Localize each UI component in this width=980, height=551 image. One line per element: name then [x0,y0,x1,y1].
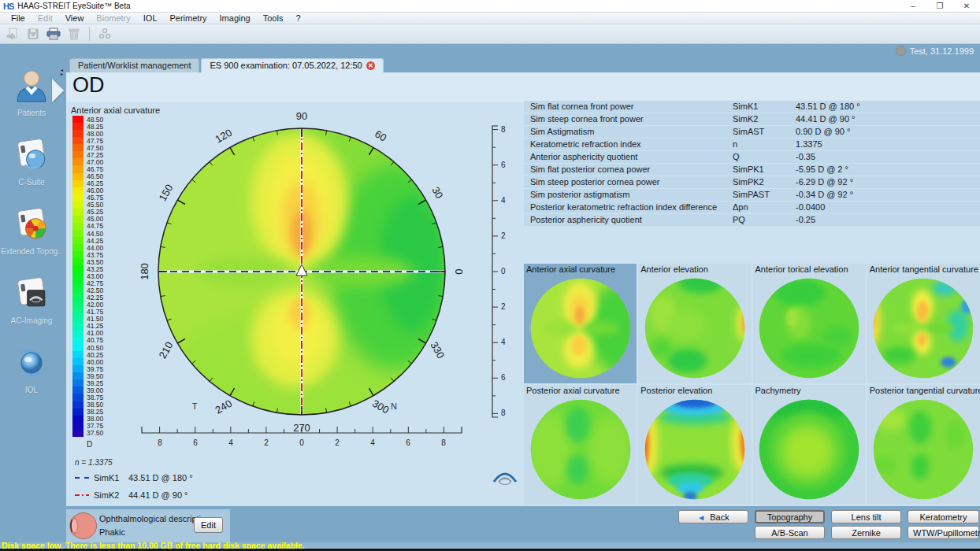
svg-text:180: 180 [139,263,150,280]
refraction-index-note: n = 1.3375 [75,458,113,467]
menu-biometry: Biometry [90,13,136,24]
tab-label: ES 900 examination: 07.05.2022, 12:50 [210,61,362,70]
window-title: HAAG-STREIT EyeSuite™ Beta [17,2,130,10]
svg-text:8: 8 [158,438,162,447]
k-table-row: Sim AstigmatismSimAST0.90 D @ 90 ° [524,126,980,138]
print-icon[interactable] [46,27,61,41]
menu-iol[interactable]: IOL [137,13,164,24]
back-arrow-icon: ◄ [697,513,705,522]
tab-es900-examination[interactable]: ES 900 examination: 07.05.2022, 12:50 ✕ [201,58,383,72]
save-icon [25,27,41,41]
keratometry-button[interactable]: Keratometry [908,510,979,523]
thumbnail-posterior-axial[interactable]: Posterior axial curvature [524,385,637,505]
k-table: Sim flat cornea front powerSimK143.51 D … [524,101,980,226]
thumbnail-pachymetry[interactable]: Pachymetry [753,385,866,505]
menu-edit: Edit [32,13,59,24]
sidebar-item-label: C-Suite [18,178,44,187]
ab-scan-button[interactable]: A/B-Scan [755,526,825,539]
k-table-row: Sim steep posterior cornea powerSimPK2-6… [524,176,980,188]
simk2-line-icon [75,494,89,496]
menu-tools[interactable]: Tools [257,13,290,24]
back-button[interactable]: ◄Back [678,510,748,523]
zernike-button[interactable]: Zernike [831,526,901,539]
thumbnail-posterior-tangential[interactable]: Posterior tangential curvature [867,385,980,505]
thumbnail-label: Anterior axial curvature [526,264,615,274]
eye-section-icon [69,511,98,544]
sidebar-item-ac-imaging[interactable]: AC-Imaging [0,276,63,325]
c-suite-icon [13,137,50,176]
tool-bar [0,24,980,44]
tab-bar: Patient/Worklist management ES 900 exami… [69,57,384,72]
ophthalmological-panel: Ophthalmological description: Phakic Edi… [66,509,230,542]
menu-perimetry[interactable]: Perimetry [164,13,213,24]
topography-button[interactable]: Topography [755,510,825,523]
k-table-row: Posterior asphericity quotientPQ-0.25 [524,214,980,226]
tab-close-icon[interactable]: ✕ [366,61,375,70]
examination-content: OD Anterior axial curvature 48.5048.2548… [66,72,980,506]
patient-avatar-icon [896,46,906,56]
thumbnail-anterior-axial[interactable]: Anterior axial curvature [524,264,637,383]
svg-text:4: 4 [370,438,375,447]
menu-view[interactable]: View [59,13,91,24]
minimize-icon[interactable]: – [900,0,926,12]
menu-?[interactable]: ? [289,13,306,24]
k-table-row: Keratometric refraction indexn1.3375 [524,139,980,150]
svg-text:8: 8 [501,125,506,134]
thumbnail-anterior-torical-elevation[interactable]: Anterior torical elevation [753,264,866,383]
simk1-value: 43.51 D @ 180 ° [128,473,193,483]
svg-text:0: 0 [501,267,506,276]
menu-bar: FileEditViewBiometryIOLPerimetryImagingT… [0,13,980,24]
k-table-row: Sim flat posterior cornea powerSimPK1-5.… [524,164,980,176]
svg-text:2: 2 [501,302,506,311]
thumbnail-anterior-elevation[interactable]: Anterior elevation [638,264,751,383]
k-table-row: Sim steep cornea front powerSimK244.41 D… [524,113,980,125]
lens-tilt-button[interactable]: Lens tilt [831,510,901,523]
k-table-row: Posterior keratometric refraction index … [524,202,980,213]
tab-patient-worklist[interactable]: Patient/Worklist management [69,58,199,72]
svg-text:4: 4 [501,196,506,205]
svg-text:T: T [192,401,198,411]
workspace: Test, 31.12.1999 ◂▸ Patients C-Suite [0,44,980,551]
svg-text:2: 2 [501,231,506,240]
svg-text:30: 30 [429,185,445,201]
wtw-pupillometry-button[interactable]: WTW/Pupillometry [908,526,979,539]
svg-text:60: 60 [373,128,388,143]
sidebar-item-extended-topo[interactable]: Extended Topog.. [0,206,63,256]
patient-name: Test, 31.12.1999 [910,46,974,56]
title-bar: HS HAAG-STREIT EyeSuite™ Beta – ❐ ✕ [0,0,980,13]
svg-text:8: 8 [501,409,506,417]
svg-text:2: 2 [264,438,269,447]
thumbnail-label: Posterior axial curvature [526,386,620,395]
menu-file[interactable]: File [5,13,32,24]
simk1-name: SimK1 [94,473,128,483]
svg-text:6: 6 [501,373,506,382]
ophthalmological-description-value: Phakic [99,527,125,537]
app-logo-icon: HS [3,2,13,11]
svg-text:2: 2 [335,438,340,447]
sidebar-item-c-suite[interactable]: C-Suite [0,137,63,187]
thumbnail-posterior-elevation[interactable]: Posterior elevation [638,385,751,505]
close-icon[interactable]: ✕ [953,0,980,12]
toolbar-separator [89,27,90,41]
simk1-line-icon [75,477,89,479]
thumbnail-label: Anterior tangential curvature [870,264,978,274]
sidebar-item-iol[interactable]: IOL [0,345,63,394]
back-button-label: Back [710,512,729,522]
edit-button[interactable]: Edit [194,517,223,533]
svg-text:6: 6 [406,438,410,447]
restore-icon[interactable]: ❐ [926,0,953,12]
module-sidebar: Patients C-Suite Extended Topog.. AC-Ima… [0,68,63,394]
thumbnail-anterior-tangential[interactable]: Anterior tangential curvature [867,264,980,383]
color-scale-rows: 48.5048.2548.0047.7547.5047.2547.0046.75… [72,116,103,437]
menu-imaging[interactable]: Imaging [213,13,257,24]
import-icon [5,27,20,41]
k-table-row: Sim flat cornea front powerSimK143.51 D … [524,101,980,113]
simk2-name: SimK2 [94,490,128,500]
k-table-row: Sim posterior astigmatismSimPAST-0.34 D … [524,189,980,201]
ac-imaging-icon [13,276,50,315]
simk2-value: 44.41 D @ 90 ° [128,490,188,500]
color-scale-unit: D [87,440,92,449]
svg-text:4: 4 [501,338,506,346]
network-icon [97,27,113,41]
svg-text:0: 0 [453,268,465,274]
